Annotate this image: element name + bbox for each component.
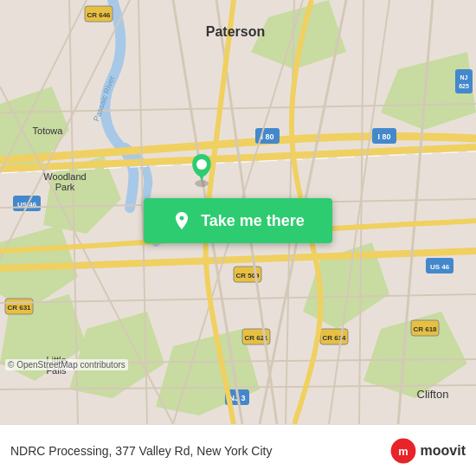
take-me-there-button[interactable]: Take me there xyxy=(144,198,332,243)
svg-point-66 xyxy=(196,159,207,170)
svg-text:CR 618: CR 618 xyxy=(413,325,437,333)
moovit-logo: m moovit xyxy=(389,437,466,465)
svg-text:NJ: NJ xyxy=(460,74,468,80)
svg-text:CR 614: CR 614 xyxy=(322,334,346,342)
svg-rect-36 xyxy=(455,69,473,93)
svg-text:CR 631: CR 631 xyxy=(7,304,31,312)
svg-text:Paterson: Paterson xyxy=(206,24,265,39)
location-pin-icon xyxy=(171,210,192,231)
bottom-bar: NDRC Processing, 377 Valley Rd, New York… xyxy=(0,424,476,476)
svg-text:CR 646: CR 646 xyxy=(87,11,111,19)
moovit-logo-icon: m xyxy=(389,437,417,465)
svg-text:m: m xyxy=(398,444,408,457)
svg-text:Clifton: Clifton xyxy=(417,388,449,401)
svg-text:I 80: I 80 xyxy=(377,132,390,141)
svg-text:Park: Park xyxy=(55,182,75,192)
address-text: NDRC Processing, 377 Valley Rd, New York… xyxy=(10,444,383,458)
svg-text:625: 625 xyxy=(459,83,469,89)
attribution-text: © OpenStreetMap contributors xyxy=(8,360,125,370)
map-container: I 80 I 80 US 46 US 46 NJ 3 CR 646 CR 631… xyxy=(0,0,476,424)
svg-text:Woodland: Woodland xyxy=(43,171,86,182)
svg-text:Totowa: Totowa xyxy=(33,125,64,136)
svg-text:US 46: US 46 xyxy=(430,263,450,271)
moovit-text: moovit xyxy=(421,443,466,459)
map-attribution: © OpenStreetMap contributors xyxy=(5,359,128,370)
take-me-there-label: Take me there xyxy=(201,212,305,230)
